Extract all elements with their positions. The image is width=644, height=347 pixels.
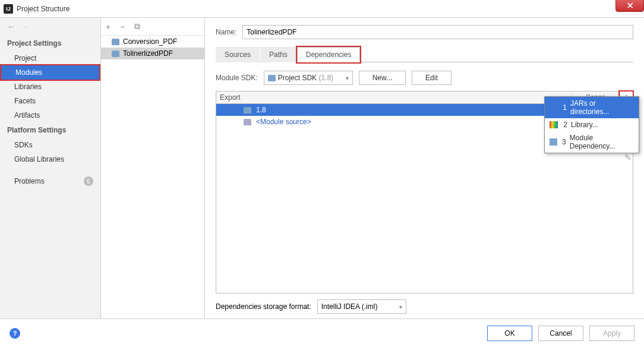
popup-label: Module Dependency... bbox=[570, 134, 634, 150]
chevron-down-icon: ▾ bbox=[399, 304, 402, 310]
problems-label: Problems bbox=[14, 177, 45, 185]
sidebar-item-problems[interactable]: Problems 6 bbox=[0, 174, 100, 189]
folder-icon bbox=[244, 119, 251, 125]
copy-module-icon[interactable]: ⧉ bbox=[134, 21, 140, 31]
popup-num: 1 bbox=[561, 103, 567, 112]
window-title: Project Structure bbox=[17, 5, 70, 13]
sidebar-item-modules[interactable]: Modules bbox=[0, 64, 100, 81]
module-icon bbox=[550, 138, 557, 146]
tab-paths[interactable]: Paths bbox=[260, 47, 296, 62]
name-input[interactable] bbox=[242, 25, 633, 39]
remove-module-icon[interactable]: − bbox=[120, 22, 125, 31]
apply-button[interactable]: Apply bbox=[589, 326, 634, 341]
app-icon: IJ bbox=[4, 4, 13, 14]
storage-select[interactable]: IntelliJ IDEA (.iml) ▾ bbox=[317, 299, 406, 314]
main-area: ← → Project Settings Project Modules Lib… bbox=[0, 18, 644, 318]
close-button[interactable]: ✕ bbox=[615, 0, 644, 12]
new-sdk-button[interactable]: New... bbox=[359, 71, 406, 85]
tabs: Sources Paths Dependencies bbox=[216, 46, 633, 62]
sidebar-nav: ← → bbox=[0, 18, 100, 36]
popup-num: 2 bbox=[561, 121, 567, 129]
sidebar: ← → Project Settings Project Modules Lib… bbox=[0, 18, 101, 318]
module-item-conversion[interactable]: Conversion_PDF bbox=[101, 36, 204, 48]
cancel-button[interactable]: Cancel bbox=[538, 326, 583, 341]
folder-icon bbox=[112, 51, 119, 57]
back-arrow-icon[interactable]: ← bbox=[7, 22, 15, 31]
sidebar-item-sdks[interactable]: SDKs bbox=[0, 138, 100, 152]
section-project-settings: Project Settings bbox=[0, 36, 100, 51]
popup-num: 3 bbox=[561, 138, 566, 146]
module-list-panel: + − ⧉ Conversion_PDF TolinerlizedPDF bbox=[101, 18, 205, 318]
sidebar-item-facets[interactable]: Facets bbox=[0, 94, 100, 108]
col-export[interactable]: Export bbox=[216, 92, 572, 103]
storage-row: Dependencies storage format: IntelliJ ID… bbox=[216, 299, 633, 314]
name-label: Name: bbox=[216, 28, 236, 36]
popup-item-module-dependency[interactable]: 3 Module Dependency... bbox=[545, 131, 639, 153]
deps-label: 1.8 bbox=[256, 106, 266, 114]
popup-label: JARs or directories... bbox=[570, 99, 634, 116]
folder-icon bbox=[244, 107, 251, 113]
edit-icon[interactable]: ✎ bbox=[624, 153, 632, 162]
folder-icon bbox=[112, 39, 119, 45]
edit-sdk-button[interactable]: Edit bbox=[412, 71, 452, 85]
module-toolbar: + − ⧉ bbox=[101, 18, 204, 36]
add-dependency-popup: 1 JARs or directories... 2 Library... 3 … bbox=[544, 96, 639, 153]
jar-icon bbox=[550, 104, 557, 111]
tab-dependencies[interactable]: Dependencies bbox=[297, 47, 361, 62]
tab-sources[interactable]: Sources bbox=[216, 47, 260, 62]
sdk-row: Module SDK: Project SDK (1.8) ▾ New... E… bbox=[216, 71, 633, 85]
section-platform-settings: Platform Settings bbox=[0, 122, 100, 138]
module-item-tolinerlized[interactable]: TolinerlizedPDF bbox=[101, 48, 204, 59]
footer-buttons: OK Cancel Apply bbox=[487, 326, 634, 341]
sdk-select[interactable]: Project SDK (1.8) ▾ bbox=[264, 71, 353, 85]
problems-badge: 6 bbox=[84, 176, 93, 186]
module-label: TolinerlizedPDF bbox=[123, 49, 173, 58]
add-module-icon[interactable]: + bbox=[106, 22, 111, 31]
sidebar-item-libraries[interactable]: Libraries bbox=[0, 80, 100, 94]
ok-button[interactable]: OK bbox=[487, 326, 532, 341]
popup-label: Library... bbox=[571, 121, 598, 129]
sdk-label: Module SDK: bbox=[216, 74, 258, 82]
footer: ? OK Cancel Apply bbox=[0, 318, 644, 347]
sidebar-item-artifacts[interactable]: Artifacts bbox=[0, 108, 100, 122]
storage-value: IntelliJ IDEA (.iml) bbox=[321, 302, 399, 311]
folder-icon bbox=[268, 75, 276, 81]
help-icon[interactable]: ? bbox=[10, 328, 20, 339]
name-row: Name: bbox=[216, 25, 633, 39]
popup-item-jars[interactable]: 1 JARs or directories... bbox=[545, 97, 639, 118]
content-panel: Name: Sources Paths Dependencies Module … bbox=[205, 18, 644, 318]
sidebar-item-project[interactable]: Project bbox=[0, 51, 100, 65]
popup-item-library[interactable]: 2 Library... bbox=[545, 118, 639, 131]
titlebar: IJ Project Structure ✕ bbox=[0, 0, 644, 18]
chevron-down-icon: ▾ bbox=[346, 75, 349, 81]
library-icon bbox=[550, 121, 558, 128]
module-label: Conversion_PDF bbox=[123, 37, 177, 46]
forward-arrow-icon[interactable]: → bbox=[20, 22, 29, 31]
deps-label: <Module source> bbox=[256, 118, 311, 126]
sidebar-item-global-libraries[interactable]: Global Libraries bbox=[0, 152, 100, 166]
sdk-value: Project SDK (1.8) bbox=[278, 74, 343, 82]
storage-label: Dependencies storage format: bbox=[216, 302, 311, 311]
